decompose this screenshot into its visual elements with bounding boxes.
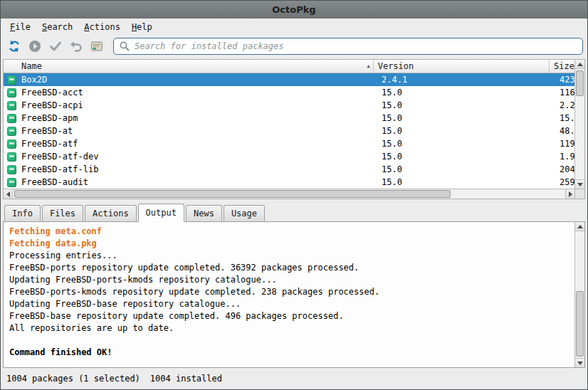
search-box[interactable] [113,38,583,55]
play-icon [28,39,42,53]
package-version: 15.0 [377,177,555,187]
undo-icon [69,39,83,53]
title-bar[interactable]: OctoPkg [1,1,587,19]
output-line [9,334,579,347]
output-vertical-scrollbar[interactable] [574,222,584,367]
package-size: 423 [555,75,574,85]
package-version: 15.0 [377,152,555,162]
package-installed-icon [7,88,16,98]
package-version: 2.4.1 [377,75,555,85]
search-input[interactable] [135,41,577,51]
menu-item-search[interactable]: Search [36,20,78,34]
menu-item-help[interactable]: Help [126,20,158,34]
package-installed-icon [7,152,16,162]
output-line: FreeBSD-ports repository update complete… [9,262,579,274]
run-transaction-button[interactable] [25,37,44,56]
package-installed-icon [7,165,16,174]
table-vertical-scrollbar[interactable] [574,60,584,189]
tab-news[interactable]: News [186,205,222,221]
scroll-up-button[interactable] [575,60,584,69]
package-installed-icon [7,178,16,187]
output-scroll-down-button[interactable] [575,358,584,367]
package-size: 204 [555,164,574,174]
output-line: All repositories are up to date. [9,322,579,334]
package-size: 259 [555,177,574,187]
package-version: 15.0 [377,88,555,98]
column-header-size[interactable]: Size [550,60,574,73]
column-header-version[interactable]: Version [374,60,550,73]
column-label-name: Name [21,61,42,71]
tab-usage[interactable]: Usage [224,205,265,221]
horizontal-scrollbar-thumb[interactable] [14,190,451,198]
package-table: Name ▲ Version Size Box2D2.4.1423FreeBSD… [3,59,585,199]
package-installed-icon [7,139,16,149]
table-row[interactable]: FreeBSD-acpi15.02.2 [4,99,574,112]
package-version: 15.0 [377,139,555,149]
package-name: FreeBSD-acpi [21,100,377,110]
menu-bar: FileSearchActionsHelp [1,19,587,35]
table-row[interactable]: Box2D2.4.1423 [4,73,574,86]
check-icon [48,39,63,53]
table-header: Name ▲ Version Size [4,60,574,73]
package-table-body: Box2D2.4.1423FreeBSD-acct15.0116FreeBSD-… [4,73,574,189]
table-row[interactable]: FreeBSD-atf15.0119 [4,137,574,150]
package-name: FreeBSD-atf [21,139,377,149]
output-line: Fetching data.pkg [9,238,579,250]
scroll-down-button[interactable] [575,179,584,189]
console-button[interactable] [87,37,106,56]
column-label-version: Version [378,61,414,71]
package-count-label: 1004 packages (1 selected) [6,374,140,384]
table-horizontal-scrollbar[interactable] [4,189,574,199]
package-installed-icon [7,114,16,123]
menu-item-actions[interactable]: Actions [78,20,126,34]
table-row[interactable]: FreeBSD-atf-lib15.0204 [4,163,574,176]
scroll-left-button[interactable] [4,189,13,199]
package-name: FreeBSD-audit [21,177,377,187]
menu-item-file[interactable]: File [4,20,36,34]
table-row[interactable]: FreeBSD-audit15.0259 [4,176,574,189]
table-row[interactable]: FreeBSD-apm15.015. [4,112,574,125]
scrollbar-corner [574,189,584,199]
output-line: Updating FreeBSD-ports-kmods repository … [9,274,579,286]
output-line: FreeBSD-base repository update completed… [9,310,579,322]
column-label-size: Size [554,61,574,71]
tab-actions[interactable]: Actions [85,205,137,221]
vertical-scrollbar-thumb[interactable] [576,70,584,96]
table-row[interactable]: FreeBSD-at15.048. [4,125,574,137]
rollback-button[interactable] [66,37,85,56]
output-line: Command finished OK! [9,347,579,359]
refresh-button[interactable] [4,37,23,56]
table-row[interactable]: FreeBSD-acct15.0116 [4,86,574,99]
output-line: Fetching meta.conf [9,226,579,238]
package-name: Box2D [21,75,377,85]
installed-count-label: 1004 installed [150,374,222,384]
octopkg-window: OctoPkg FileSearchActionsHelp [0,0,588,390]
window-title: OctoPkg [272,4,315,15]
tab-bar: InfoFilesActionsOutputNewsUsage [3,199,585,221]
output-text: Fetching meta.confFetching data.pkgProce… [4,222,584,362]
tab-files[interactable]: Files [42,205,83,221]
status-bar: 1004 packages (1 selected) 1004 installe… [1,368,587,389]
output-scrollbar-thumb[interactable] [576,291,584,357]
package-name: FreeBSD-acct [21,88,377,98]
sync-icon [7,39,21,53]
tab-info[interactable]: Info [4,205,41,221]
console-icon [90,39,104,53]
table-row[interactable]: FreeBSD-atf-dev15.01.9 [4,150,574,163]
toolbar [1,35,587,58]
package-name: FreeBSD-atf-dev [21,152,377,162]
package-name: FreeBSD-atf-lib [21,164,377,174]
tab-output[interactable]: Output [138,204,184,222]
commit-button[interactable] [46,37,65,56]
package-size: 48. [555,126,574,136]
column-header-name[interactable]: Name ▲ [4,60,374,73]
output-line: FreeBSD-ports-kmods repository update co… [9,286,579,298]
output-panel: Fetching meta.confFetching data.pkgProce… [3,221,585,368]
output-scroll-up-button[interactable] [575,222,584,231]
package-version: 15.0 [377,126,555,136]
package-size: 116 [555,88,574,98]
output-line: Updating FreeBSD-base repository catalog… [9,298,579,310]
package-installed-icon [7,75,16,85]
sort-asc-icon: ▲ [367,63,369,69]
scroll-right-button[interactable] [565,189,574,199]
